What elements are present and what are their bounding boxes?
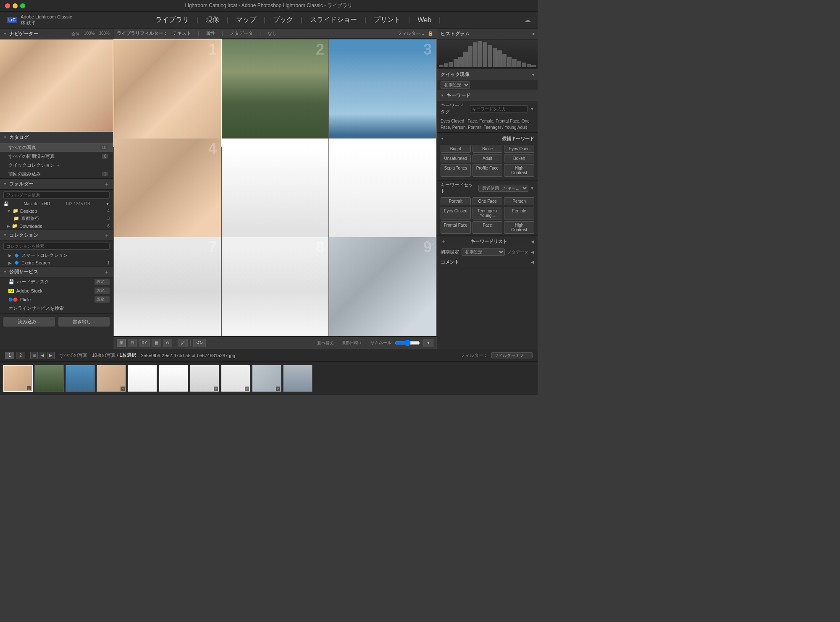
filmstrip-thumb-4[interactable]: ◻ (97, 365, 126, 392)
collections-header[interactable]: ▼ コレクション ＋ (0, 230, 113, 241)
catalog-item-previous[interactable]: 前回の読み込み 1 (0, 170, 113, 178)
filter-text[interactable]: テキスト (173, 30, 191, 37)
grid-cell-9[interactable]: 9 ◻ (329, 237, 436, 336)
ck-smile[interactable]: Smile (472, 145, 503, 153)
publish-add-button[interactable]: ＋ (104, 269, 110, 275)
filter-options[interactable]: フィルター... (397, 30, 424, 37)
rotate-button[interactable]: ↺↻ (193, 339, 206, 347)
candidate-keywords-header[interactable]: ▼ 候補キーワード (441, 134, 534, 143)
publish-stock-settings[interactable]: 設定... (94, 287, 110, 294)
grid-cell-4[interactable]: 4 ◻ (114, 139, 221, 245)
survey-view-button[interactable]: ▦ (152, 339, 161, 347)
ck-unsaturated[interactable]: Unsaturated (441, 154, 471, 162)
loupe-view-button[interactable]: ⊟ (128, 339, 137, 347)
folders-header[interactable]: ▼ フォルダー ＋ (0, 179, 113, 190)
grid-cell-6[interactable]: 6 ◻ (329, 139, 436, 245)
zoom-100[interactable]: 100% (84, 31, 95, 37)
window-controls[interactable] (5, 3, 25, 8)
ks-eyes-closed[interactable]: Eyes Closed (441, 207, 471, 220)
grid-view-button[interactable]: ⊞ (117, 339, 126, 347)
filmstrip-thumb-7[interactable]: ◻ (190, 365, 219, 392)
publish-flickr[interactable]: 🔵🔴 Flickr 設定... (0, 295, 113, 304)
ck-adult[interactable]: Adult (472, 154, 503, 162)
grid-cell-3[interactable]: 3 ◻ (329, 39, 436, 146)
keyword-tag-input[interactable] (470, 105, 528, 112)
catalog-item-all[interactable]: すべての写真 10 (0, 143, 113, 152)
module-book[interactable]: ブック (270, 15, 296, 25)
next-button[interactable]: ▶ (47, 352, 55, 359)
close-button[interactable] (5, 3, 10, 8)
collection-search-input[interactable] (3, 243, 110, 250)
catalog-header[interactable]: ▼ カタログ (0, 132, 113, 143)
export-button[interactable]: 書き出し... (58, 317, 110, 327)
sort-value[interactable]: 撮影日時 ↕ (341, 340, 362, 346)
module-web[interactable]: Web (415, 16, 434, 25)
module-library[interactable]: ライブラリ (153, 15, 192, 25)
page-1-button[interactable]: 1 (5, 352, 14, 359)
folder-search-input[interactable] (3, 191, 110, 199)
ck-eyes-open[interactable]: Eyes Open (504, 145, 534, 153)
catalog-item-synced[interactable]: すべての同期済み写真 0 (0, 152, 113, 161)
filter-metadata[interactable]: メタデータ (230, 30, 253, 37)
filmstrip-thumb-1[interactable]: ◻ (3, 365, 33, 392)
page-2-button[interactable]: 2 (16, 352, 25, 359)
filmstrip-thumb-9[interactable]: ◻ (252, 365, 281, 392)
keyword-list-add-button[interactable]: ＋ (441, 238, 446, 245)
filter-lock-icon[interactable]: 🔒 (428, 31, 433, 36)
ck-sepia[interactable]: Sepia Tones (441, 164, 471, 177)
keyword-header[interactable]: ▼ キーワード (437, 90, 538, 101)
folder-desktop[interactable]: ▼ 📁 Desktop 4 (0, 207, 113, 214)
ck-high-contrast[interactable]: High Contrast (504, 164, 534, 177)
publish-header[interactable]: ▼ 公開サービス ＋ (0, 267, 113, 277)
ks-person[interactable]: Person (504, 197, 534, 205)
disk-item[interactable]: 💾 Macintosh HD 142 / 245 GB ▼ (0, 200, 113, 207)
module-print[interactable]: プリント (371, 15, 403, 25)
ks-face[interactable]: Face (472, 221, 503, 234)
cloud-sync-icon[interactable]: ☁ (524, 16, 531, 24)
ck-profile-face[interactable]: Profile Face (472, 164, 503, 177)
maximize-button[interactable] (20, 3, 25, 8)
grid-view-toggle[interactable]: ⊞ (30, 352, 38, 359)
publish-harddisk[interactable]: 💾 ハードディスク 設定... (0, 277, 113, 286)
filter-attribute[interactable]: 属性 (206, 30, 215, 37)
ks-high-contrast[interactable]: High Contrast (504, 221, 534, 234)
zoom-300[interactable]: 300% (99, 31, 110, 37)
ks-frontal-face[interactable]: Frontal Face (441, 221, 471, 234)
filter-status-select[interactable]: フィルターオフ (491, 352, 533, 358)
compare-view-button[interactable]: XY (139, 339, 150, 347)
ks-one-face[interactable]: One Face (472, 197, 503, 205)
people-view-button[interactable]: ⊙ (163, 339, 172, 347)
ks-portrait[interactable]: Portrait (441, 197, 471, 205)
prev-button[interactable]: ◀ (39, 352, 46, 359)
publish-flickr-settings[interactable]: 設定... (94, 296, 110, 303)
ck-bokeh[interactable]: Bokeh (504, 154, 534, 162)
filmstrip-thumb-2[interactable] (34, 365, 64, 392)
navigator-header[interactable]: ▼ ナビゲーター 全体 100% 300% (0, 29, 113, 39)
collections-add-button[interactable]: ＋ (104, 233, 110, 238)
filter-none[interactable]: なし (268, 30, 277, 37)
grid-cell-7[interactable]: 7 ◻ (114, 237, 221, 336)
catalog-item-quick[interactable]: クイックコレクション ＋ (0, 161, 113, 170)
metadata-preset-select[interactable]: 初期設定 (462, 248, 505, 256)
folders-add-button[interactable]: ＋ (104, 181, 110, 187)
folder-downloads[interactable]: ▶ 📁 Downloads 6 (0, 222, 113, 230)
collection-smart[interactable]: ▶ 🔷 スマートコレクション (0, 251, 113, 259)
thumbnail-size-slider[interactable] (395, 340, 420, 346)
import-button[interactable]: 読み込み... (3, 317, 55, 327)
publish-harddisk-settings[interactable]: 設定... (94, 279, 110, 285)
ks-teenager[interactable]: Teenager / Young... (472, 207, 503, 220)
filmstrip-thumb-3[interactable] (66, 365, 95, 392)
filmstrip-thumb-5[interactable] (128, 365, 157, 392)
grid-cell-2[interactable]: 2 ◻ (222, 39, 328, 146)
ck-bright[interactable]: Bright (441, 145, 471, 153)
filmstrip-thumb-8[interactable]: ◻ (221, 365, 250, 392)
module-map[interactable]: マップ (234, 15, 259, 25)
quick-develop-preset-select[interactable]: 初期設定 (441, 81, 470, 89)
collection-excire[interactable]: ▶ 🔷 Excire Search 1 (0, 259, 113, 266)
ks-female[interactable]: Female (504, 207, 534, 220)
publish-stock[interactable]: St Adobe Stock 設定... (0, 286, 113, 295)
filmstrip-thumb-10[interactable] (283, 365, 312, 392)
grid-cell-8[interactable]: 8 ◻ (222, 237, 328, 336)
publish-find-services[interactable]: オンラインサービスを検索 (0, 304, 113, 313)
module-develop[interactable]: 現像 (203, 15, 222, 25)
